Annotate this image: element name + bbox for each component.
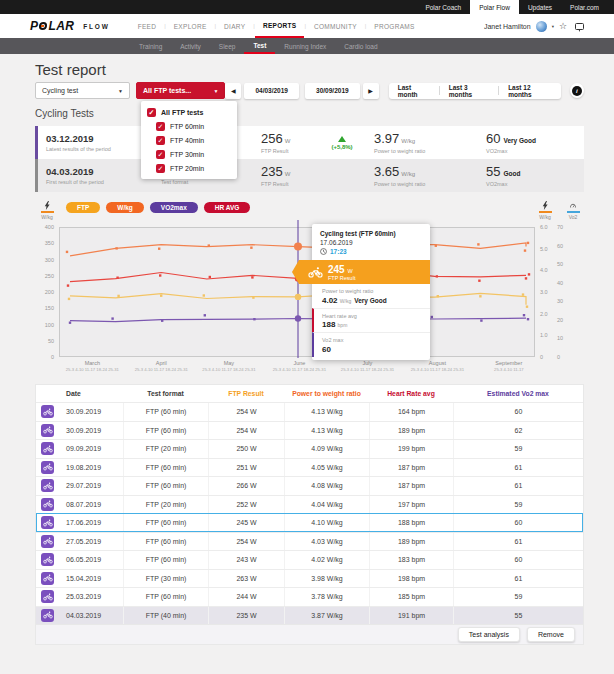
subnav-item-activity[interactable]: Activity — [171, 38, 210, 54]
header-heart-rate-avg[interactable]: Heart Rate avg — [369, 390, 453, 397]
cell-ftp-result: 251 W — [208, 459, 284, 477]
ftp-filter-option-all-ftp-tests[interactable]: ✓All FTP tests — [141, 105, 237, 119]
top-black-bar: Polar CoachPolar FlowUpdatesPolar.com — [0, 0, 614, 14]
cell-estimated-vo2: 59 — [453, 588, 583, 606]
subnav-item-running-index[interactable]: Running Index — [275, 38, 335, 54]
checkbox-checked-icon[interactable]: ✓ — [156, 122, 165, 131]
clock-icon — [320, 248, 327, 255]
summary-ftp-value: 235 — [261, 164, 283, 179]
table-row[interactable]: 19.08.2019FTP (60 min)251 W4.05 W/kg187 … — [36, 458, 583, 477]
checkbox-checked-icon[interactable]: ✓ — [156, 150, 165, 159]
tooltip-power-rating: Very Good — [354, 297, 387, 304]
quick-range-last-month[interactable]: Last month — [389, 84, 439, 98]
ftp-filter-option-ftp-60min[interactable]: ✓FTP 60min — [141, 119, 237, 133]
x-axis: March25-3 4-10 11-17 18-24 25-31April25-… — [59, 357, 535, 379]
table-row[interactable]: 04.03.2019FTP (40 min)235 W3.87 W/kg191 … — [36, 606, 583, 625]
button-remove[interactable]: Remove — [527, 627, 575, 642]
cell-test-format: FTP (60 min) — [123, 588, 208, 606]
x-axis-month-august: August25-3 4-10 11-17 18-24 25-31 — [411, 360, 464, 372]
quick-range-last-3-months[interactable]: Last 3 months — [440, 84, 498, 98]
app-header: PLAR FLOW FEED|EXPLORE|DIARY|REPORTS|COM… — [0, 14, 614, 38]
summary-row-first[interactable]: 04.03.2019 First result of the period FT… — [35, 159, 584, 192]
header-ftp-result[interactable]: FTP Result — [208, 390, 284, 397]
summary-vo2-cell: 55Good VO2max — [478, 164, 584, 187]
month-label: March — [66, 360, 119, 366]
checkbox-checked-icon[interactable]: ✓ — [147, 108, 156, 117]
ftp-filter-select[interactable]: All FTP tests... ▼ — [136, 82, 225, 99]
ftp-filter-option-ftp-30min[interactable]: ✓FTP 30min — [141, 147, 237, 161]
cell-ftp-result: 254 W — [208, 533, 284, 551]
date-from-field[interactable]: 04/03/2019 — [244, 83, 299, 99]
sport-select[interactable]: Cycling test ▼ — [35, 82, 130, 99]
date-to-field[interactable]: 30/09/2019 — [305, 83, 360, 99]
table-row[interactable]: 25.03.2019FTP (60 min)244 W3.78 W/kg185 … — [36, 587, 583, 606]
header-date[interactable]: Date — [64, 390, 123, 397]
ftp-filter-option-ftp-20min[interactable]: ✓FTP 20min — [141, 161, 237, 175]
header-power-to-weight[interactable]: Power to weight ratio — [284, 390, 369, 397]
table-row[interactable]: 09.09.2019FTP (20 min)250 W4.09 W/kg199 … — [36, 439, 583, 458]
header-estimated-vo2[interactable]: Estimated Vo2 max — [453, 390, 583, 397]
table-row[interactable]: 08.07.2019FTP (20 min)252 W4.04 W/kg197 … — [36, 495, 583, 514]
legend-pill-hr-avg[interactable]: HR AVG — [204, 202, 251, 213]
checkbox-checked-icon[interactable]: ✓ — [156, 136, 165, 145]
subnav-item-test[interactable]: Test — [244, 38, 275, 54]
quick-range-buttons: Last monthLast 3 monthsLast 12 months — [389, 83, 561, 99]
previous-period-button[interactable]: ◀ — [225, 83, 241, 99]
cycling-icon — [308, 267, 323, 278]
cell-estimated-vo2: 60 — [453, 514, 583, 532]
axis-tick-label: 3.0 — [540, 289, 548, 295]
nav-item-feed[interactable]: FEED — [130, 14, 165, 38]
checkbox-checked-icon[interactable]: ✓ — [156, 164, 165, 173]
ftp-filter-option-ftp-40min[interactable]: ✓FTP 40min — [141, 133, 237, 147]
polar-logo[interactable]: PLAR — [30, 14, 74, 38]
tooltip-ftp-banner: 245 W FTP Result — [299, 260, 430, 284]
table-row[interactable]: 27.05.2019FTP (60 min)254 W4.03 W/kg189 … — [36, 532, 583, 551]
table-row[interactable]: 06.05.2019FTP (60 min)243 W4.02 W/kg183 … — [36, 550, 583, 569]
subnav-item-training[interactable]: Training — [130, 38, 171, 54]
info-button[interactable]: i — [570, 83, 584, 98]
cell-ftp-result: 243 W — [208, 551, 284, 569]
table-row[interactable]: 30.09.2019FTP (60 min)254 W4.13 W/kg189 … — [36, 421, 583, 440]
next-period-button[interactable]: ▶ — [363, 83, 379, 99]
nav-item-reports[interactable]: REPORTS — [255, 14, 305, 38]
cell-test-format: FTP (60 min) — [123, 403, 208, 421]
topbar-item-polar-com[interactable]: Polar.com — [561, 0, 608, 14]
subnav-item-sleep[interactable]: Sleep — [210, 38, 245, 54]
button-test-analysis[interactable]: Test analysis — [458, 627, 520, 642]
cell-date: 08.07.2019 — [64, 496, 123, 514]
table-row[interactable]: 29.07.2019FTP (60 min)266 W4.08 W/kg187 … — [36, 476, 583, 495]
topbar-item-polar-coach[interactable]: Polar Coach — [416, 0, 470, 14]
header-test-format[interactable]: Test format — [123, 390, 208, 397]
table-row[interactable]: 15.04.2019FTP (30 min)263 W3.98 W/kg198 … — [36, 569, 583, 588]
legend-pill-vo2max[interactable]: VO2max — [150, 202, 198, 213]
favorites-star-icon[interactable]: ☆ — [559, 22, 567, 31]
cell-test-format: FTP (60 min) — [123, 551, 208, 569]
summary-vo2-rating: Good — [503, 170, 520, 177]
user-name[interactable]: Janet Hamilton — [484, 23, 531, 30]
nav-item-community[interactable]: COMMUNITY — [306, 14, 365, 38]
nav-item-programs[interactable]: PROGRAMS — [366, 14, 422, 38]
summary-ftp-cell: 235W FTP Result — [253, 164, 318, 187]
chart-plot-area[interactable]: Cycling test (FTP 60min) 17.06.2019 17:2… — [59, 227, 535, 357]
quick-range-last-12-months[interactable]: Last 12 months — [499, 84, 561, 98]
summary-vo2-cell: 60Very Good VO2max — [478, 131, 584, 154]
nav-item-explore[interactable]: EXPLORE — [166, 14, 215, 38]
cycling-icon — [41, 424, 54, 437]
axis-tick-label: 150 — [45, 305, 54, 311]
summary-row-latest[interactable]: 03.12.2019 Latest results of the period … — [35, 126, 584, 159]
table-row[interactable]: 17.06.2019FTP (60 min)245 W4.10 W/kg188 … — [36, 513, 583, 532]
avatar[interactable] — [536, 21, 547, 32]
axis-unit-label: W/kg — [539, 214, 550, 220]
cell-ftp-result: 266 W — [208, 477, 284, 495]
topbar-item-polar-flow[interactable]: Polar Flow — [470, 0, 519, 14]
table-row[interactable]: 30.09.2019FTP (60 min)254 W4.13 W/kg164 … — [36, 402, 583, 421]
subnav-item-cardio-load[interactable]: Cardio load — [335, 38, 386, 54]
legend-pill-ftp[interactable]: FTP — [66, 202, 100, 213]
chevron-down-icon[interactable]: ▾ — [552, 24, 554, 29]
gauge-icon — [570, 201, 576, 210]
summary-date: 03.12.2019 — [46, 133, 153, 144]
chat-bubble-icon[interactable] — [575, 23, 584, 30]
legend-pill-w-kg[interactable]: W/kg — [106, 202, 144, 213]
topbar-item-updates[interactable]: Updates — [519, 0, 561, 14]
nav-item-diary[interactable]: DIARY — [216, 14, 253, 38]
